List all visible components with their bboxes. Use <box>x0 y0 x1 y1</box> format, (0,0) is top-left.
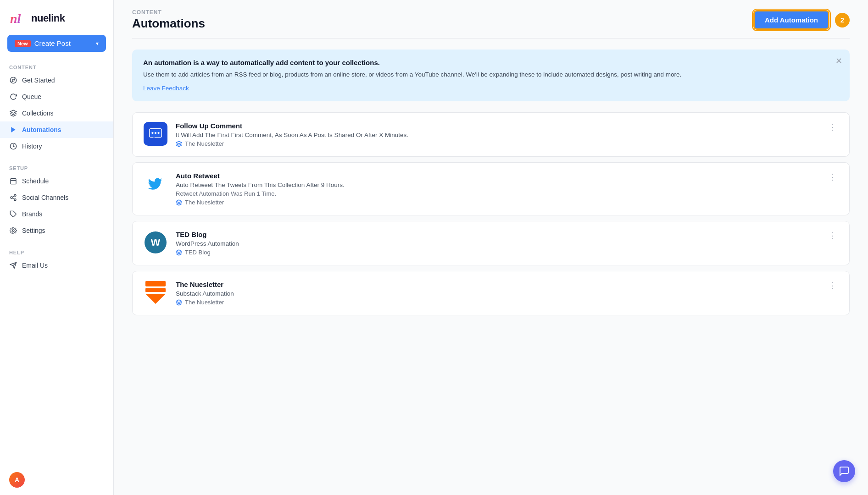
avatar: A <box>9 472 25 488</box>
sidebar-user-avatar[interactable]: A <box>0 465 113 495</box>
create-post-label: Create Post <box>34 39 71 47</box>
send-icon <box>9 261 17 270</box>
sidebar-item-schedule[interactable]: Schedule <box>0 173 113 189</box>
card-title: TED Blog <box>176 231 818 238</box>
sidebar-item-get-started[interactable]: Get Started <box>0 72 113 88</box>
layers-icon <box>9 109 17 117</box>
main-content: CONTENT Automations Add Automation 2 An … <box>114 0 868 495</box>
card-title: Auto Retweet <box>176 172 818 180</box>
chat-fab-button[interactable] <box>833 460 855 482</box>
sidebar-section-help: HELP <box>0 246 113 257</box>
automation-card-ted-blog: W TED Blog WordPress Automation TED Blog… <box>132 221 850 265</box>
card-collection: The Nuesletter <box>176 199 818 206</box>
svg-line-13 <box>12 198 15 199</box>
svg-marker-27 <box>176 250 182 253</box>
chevron-down-icon: ▾ <box>96 40 99 47</box>
stack-icon <box>176 299 182 306</box>
sidebar-item-email-us[interactable]: Email Us <box>0 257 113 274</box>
notification-badge[interactable]: 2 <box>835 13 850 28</box>
page-header: CONTENT Automations Add Automation 2 <box>114 0 868 38</box>
svg-point-11 <box>11 197 12 198</box>
sidebar-item-social-channels[interactable]: Social Channels <box>0 189 113 206</box>
svg-point-1 <box>10 77 16 83</box>
svg-marker-2 <box>12 79 15 82</box>
sidebar-section-content: CONTENT <box>0 61 113 72</box>
stack-icon <box>176 141 182 147</box>
svg-point-10 <box>14 194 16 196</box>
sidebar-item-label: History <box>22 143 42 150</box>
page-title: Automations <box>132 16 205 31</box>
card-menu-button[interactable]: ⋮ <box>826 280 838 291</box>
svg-line-14 <box>12 196 15 197</box>
card-menu-button[interactable]: ⋮ <box>826 231 838 241</box>
card-menu-button[interactable]: ⋮ <box>826 172 838 182</box>
compass-icon <box>9 76 17 84</box>
wordpress-icon: W <box>144 231 167 254</box>
automation-card-auto-retweet: Auto Retweet Auto Retweet The Tweets Fro… <box>132 162 850 215</box>
calendar-icon <box>9 177 17 185</box>
svg-text:nl: nl <box>10 11 21 26</box>
header-left: CONTENT Automations <box>132 9 205 31</box>
svg-rect-28 <box>145 281 166 286</box>
app-name: nuelink <box>31 12 65 24</box>
banner-close-button[interactable]: ✕ <box>835 56 842 66</box>
svg-rect-6 <box>11 179 16 184</box>
sidebar-item-label: Queue <box>22 93 41 100</box>
svg-point-16 <box>12 230 14 231</box>
svg-point-12 <box>14 199 16 201</box>
follow-up-comment-icon <box>144 122 167 146</box>
refresh-icon <box>9 93 17 101</box>
content-section-label: CONTENT <box>132 9 205 16</box>
automation-card-nuesletter: The Nuesletter Substack Automation The N… <box>132 271 850 315</box>
header-divider <box>132 38 850 38</box>
sidebar-item-brands[interactable]: Brands <box>0 206 113 222</box>
gear-icon <box>9 226 17 235</box>
card-sub-text: Retweet Automation Was Run 1 Time. <box>176 190 818 197</box>
share-icon <box>9 193 17 202</box>
create-post-button[interactable]: New Create Post ▾ <box>7 35 106 52</box>
banner-description: Use them to add articles from an RSS fee… <box>143 70 839 79</box>
sidebar-item-label: Brands <box>22 210 42 218</box>
collection-name: The Nuesletter <box>185 299 224 306</box>
logo-area: nl nuelink <box>0 0 113 35</box>
sidebar-section-setup: SETUP <box>0 162 113 173</box>
card-collection: TED Blog <box>176 249 818 256</box>
sidebar-item-settings[interactable]: Settings <box>0 222 113 239</box>
logo-icon: nl <box>9 9 28 28</box>
card-title: Follow Up Comment <box>176 122 818 130</box>
svg-marker-4 <box>11 127 15 132</box>
stack-icon <box>176 249 182 256</box>
card-description: Substack Automation <box>176 290 818 297</box>
svg-rect-29 <box>145 288 166 292</box>
follow-up-comment-body: Follow Up Comment It Will Add The First … <box>176 122 818 147</box>
card-description: Auto Retweet The Tweets From This Collec… <box>176 182 818 188</box>
new-badge: New <box>15 40 31 47</box>
sidebar-item-label: Get Started <box>22 77 55 84</box>
sidebar-item-label: Social Channels <box>22 194 68 201</box>
sidebar-item-history[interactable]: History <box>0 138 113 154</box>
sidebar-item-automations[interactable]: Automations <box>0 121 113 138</box>
card-collection: The Nuesletter <box>176 140 818 147</box>
substack-icon <box>144 280 167 304</box>
sidebar-item-label: Schedule <box>22 177 49 185</box>
sidebar-item-label: Collections <box>22 110 53 117</box>
add-automation-button[interactable]: Add Automation <box>753 10 829 30</box>
auto-retweet-body: Auto Retweet Auto Retweet The Tweets Fro… <box>176 172 818 206</box>
leave-feedback-link[interactable]: Leave Feedback <box>143 85 189 92</box>
card-collection: The Nuesletter <box>176 299 818 306</box>
svg-marker-24 <box>176 141 182 144</box>
card-menu-button[interactable]: ⋮ <box>826 122 838 132</box>
svg-rect-21 <box>152 132 154 134</box>
clock-icon <box>9 142 17 150</box>
svg-marker-30 <box>145 294 166 304</box>
ted-blog-body: TED Blog WordPress Automation TED Blog <box>176 231 818 256</box>
sidebar-item-collections[interactable]: Collections <box>0 105 113 121</box>
card-title: The Nuesletter <box>176 280 818 288</box>
collection-name: The Nuesletter <box>185 199 224 206</box>
svg-marker-31 <box>176 300 182 302</box>
svg-rect-22 <box>155 132 156 134</box>
sidebar-item-label: Automations <box>22 126 61 133</box>
sidebar-item-queue[interactable]: Queue <box>0 88 113 105</box>
stack-icon <box>176 199 182 206</box>
sidebar: nl nuelink New Create Post ▾ CONTENT Get… <box>0 0 114 495</box>
